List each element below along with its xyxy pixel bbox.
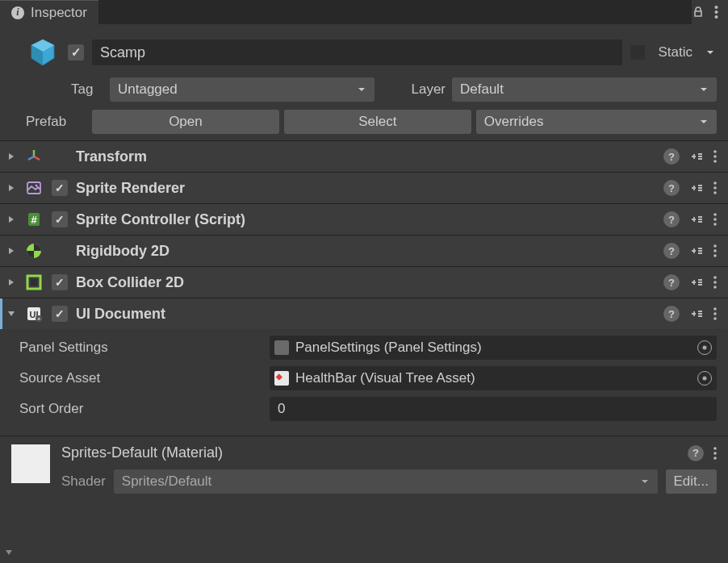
svg-point-8	[713, 181, 717, 185]
svg-point-31	[713, 317, 717, 320]
svg-point-24	[713, 286, 717, 289]
static-dropdown-icon[interactable]	[704, 48, 717, 57]
uxml-asset-icon: ◆	[274, 371, 289, 386]
component-enabled-checkbox[interactable]	[52, 306, 68, 322]
inspector-tab[interactable]: i Inspector	[0, 0, 98, 24]
material-section: Sprites-Default (Material) ? Shader Spri…	[0, 436, 728, 502]
preset-icon[interactable]	[689, 275, 704, 290]
component-header[interactable]: Sprite Renderer ?	[0, 173, 728, 203]
lock-icon[interactable]	[692, 6, 705, 19]
source-asset-field[interactable]: ◆ HealthBar (Visual Tree Asset)	[270, 366, 717, 390]
component-header[interactable]: # Sprite Controller (Script) ?	[0, 204, 728, 235]
help-icon[interactable]: ?	[663, 306, 680, 322]
tag-dropdown[interactable]: Untagged	[110, 77, 374, 102]
foldout-icon[interactable]	[6, 247, 16, 255]
svg-rect-21	[31, 279, 37, 286]
object-picker-icon[interactable]	[697, 340, 712, 355]
component-title: Rigidbody 2D	[76, 243, 655, 260]
material-foldout-icon[interactable]	[5, 545, 13, 560]
material-preview-thumbnail[interactable]	[11, 444, 50, 483]
tab-bar: i Inspector	[0, 0, 728, 24]
static-label: Static	[653, 44, 696, 60]
component-enabled-checkbox[interactable]	[52, 211, 68, 227]
help-icon[interactable]: ?	[663, 243, 680, 259]
component-title: Sprite Controller (Script)	[76, 211, 655, 228]
shader-dropdown[interactable]: Sprites/Default	[114, 469, 658, 494]
foldout-icon[interactable]	[6, 152, 16, 161]
material-name: Sprites-Default (Material)	[61, 444, 688, 461]
component-enabled-checkbox[interactable]	[52, 180, 68, 196]
shader-edit-button[interactable]: Edit...	[666, 469, 717, 494]
svg-point-7	[36, 185, 38, 187]
component-title: Sprite Renderer	[76, 180, 655, 197]
svg-point-33	[713, 452, 717, 455]
component-enabled-checkbox[interactable]	[52, 274, 68, 290]
component-menu-icon[interactable]	[713, 276, 717, 289]
foldout-icon[interactable]	[6, 278, 16, 286]
help-icon[interactable]: ?	[663, 274, 680, 290]
help-icon[interactable]: ?	[663, 211, 680, 227]
component-sprite-controller: # Sprite Controller (Script) ?	[0, 203, 728, 235]
foldout-icon[interactable]	[6, 215, 16, 223]
component-ui-document: UI+ UI Document ? Panel Settings PanelSe…	[0, 298, 728, 436]
prefab-overrides-dropdown[interactable]: Overrides	[476, 110, 717, 134]
component-menu-icon[interactable]	[713, 244, 717, 257]
panel-settings-field[interactable]: PanelSettings (Panel Settings)	[270, 336, 717, 360]
component-box-collider-2d: Box Collider 2D ?	[0, 266, 728, 298]
component-menu-icon[interactable]	[713, 150, 717, 163]
svg-point-2	[715, 15, 718, 19]
component-header[interactable]: UI+ UI Document ?	[0, 298, 728, 329]
transform-icon	[24, 147, 44, 166]
box-collider-icon	[24, 273, 44, 292]
static-checkbox[interactable]	[630, 45, 645, 60]
help-icon[interactable]: ?	[663, 180, 680, 196]
preset-icon[interactable]	[689, 307, 704, 321]
context-menu-icon[interactable]	[714, 5, 718, 19]
prefab-select-button[interactable]: Select	[284, 110, 471, 134]
component-menu-icon[interactable]	[713, 213, 717, 226]
prefab-open-button[interactable]: Open	[92, 110, 279, 134]
svg-point-5	[713, 160, 717, 163]
tab-title: Inspector	[31, 5, 87, 21]
svg-point-17	[713, 244, 717, 248]
active-checkbox[interactable]	[68, 44, 84, 60]
preset-icon[interactable]	[689, 244, 704, 258]
sprite-renderer-icon	[24, 178, 44, 198]
material-menu-icon[interactable]	[713, 447, 717, 460]
ui-document-icon: UI+	[24, 304, 44, 323]
prefab-cube-icon	[26, 35, 60, 69]
svg-point-13	[713, 213, 717, 216]
gameobject-name-input[interactable]	[92, 40, 622, 65]
svg-point-10	[713, 191, 717, 194]
chevron-down-icon	[699, 85, 709, 94]
svg-point-14	[713, 218, 717, 221]
svg-point-1	[715, 10, 718, 14]
component-transform: Transform ?	[0, 140, 728, 172]
object-picker-icon[interactable]	[697, 371, 712, 386]
layer-dropdown[interactable]: Default	[452, 77, 717, 102]
component-header[interactable]: Box Collider 2D ?	[0, 267, 728, 298]
tag-label: Tag	[71, 81, 103, 98]
help-icon[interactable]: ?	[663, 148, 680, 165]
svg-point-9	[713, 186, 717, 190]
svg-point-3	[713, 150, 717, 153]
preset-icon[interactable]	[689, 149, 704, 164]
sort-order-input[interactable]	[270, 397, 717, 421]
component-menu-icon[interactable]	[713, 181, 717, 194]
source-asset-label: Source Asset	[19, 370, 270, 386]
rigidbody-icon	[24, 241, 44, 261]
component-title: Box Collider 2D	[76, 274, 655, 291]
foldout-icon[interactable]	[6, 184, 16, 192]
svg-point-15	[713, 223, 717, 226]
component-header[interactable]: Rigidbody 2D ?	[0, 236, 728, 266]
chevron-down-icon	[640, 477, 650, 486]
help-icon[interactable]: ?	[688, 445, 704, 461]
preset-icon[interactable]	[689, 212, 704, 227]
component-header[interactable]: Transform ?	[0, 141, 728, 172]
foldout-icon[interactable]	[6, 310, 16, 318]
component-menu-icon[interactable]	[713, 307, 717, 320]
preset-icon[interactable]	[689, 181, 704, 195]
panel-settings-label: Panel Settings	[19, 340, 270, 356]
svg-point-29	[713, 307, 717, 311]
svg-point-22	[713, 276, 717, 279]
